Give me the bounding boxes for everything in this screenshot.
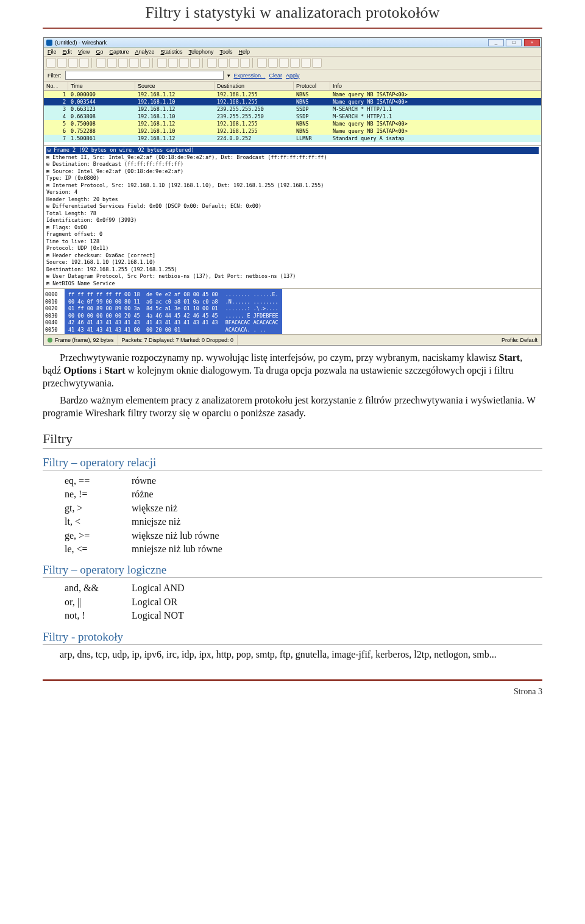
op-row: and, &&Logical AND [65,581,542,595]
op-row: or, ||Logical OR [65,595,542,609]
tb-btn[interactable] [129,58,139,68]
detail-line[interactable]: ⊟ Ethernet II, Src: Intel_9e:e2:af (00:1… [46,154,539,162]
tb-separator [252,58,255,68]
toolbar[interactable] [44,57,541,69]
hex-pane[interactable]: 000000100020003000400050 ff ff ff ff ff … [44,288,541,335]
menu-file[interactable]: File [48,49,57,55]
menubar[interactable]: File Edit View Go Capture Analyze Statis… [44,48,541,57]
menu-view[interactable]: View [78,49,90,55]
tb-separator [202,58,205,68]
tb-btn[interactable] [107,58,117,68]
op-row: ge, >=większe niż lub równe [65,529,542,542]
col-info[interactable]: Info [330,82,541,90]
wireshark-window: (Untitled) - Wireshark _ □ × File Edit V… [43,37,542,346]
col-no[interactable]: No. . [44,82,68,90]
status-indicator-icon [48,338,52,343]
packet-details[interactable]: ⊟ Frame 2 (92 bytes on wire, 92 bytes ca… [44,146,541,288]
tb-btn[interactable] [290,58,300,68]
heading-filtry: Filtry [43,431,542,449]
packet-list[interactable]: 10.000000192.168.1.12192.168.1.255NBNSNa… [44,91,541,146]
col-source[interactable]: Source [135,82,214,90]
col-protocol[interactable]: Protocol [294,82,330,90]
dropdown-icon[interactable]: ▾ [227,73,230,79]
col-destination[interactable]: Destination [214,82,294,90]
tb-btn[interactable] [79,58,89,68]
clear-link[interactable]: Clear [269,73,283,79]
hex-bytes: ff ff ff ff ff ff 00 18 de 9e e2 af 08 0… [65,289,222,334]
tb-btn[interactable] [96,58,106,68]
window-controls[interactable]: _ □ × [488,39,540,46]
expression-link[interactable]: Expression... [234,73,266,79]
detail-line[interactable]: Header length: 20 bytes [46,196,539,204]
tb-btn[interactable] [168,58,178,68]
filter-input[interactable] [65,71,224,80]
tb-btn[interactable] [190,58,200,68]
detail-line[interactable]: ⊟ Internet Protocol, Src: 192.168.1.10 (… [46,182,539,190]
menu-capture[interactable]: Capture [109,49,129,55]
op-row: not, !Logical NOT [65,609,542,622]
menu-telephony[interactable]: Telephony [189,49,214,55]
detail-line[interactable]: ⊞ Flags: 0x00 [46,224,539,232]
detail-line[interactable]: ⊞ Differentiated Services Field: 0x00 (D… [46,203,539,210]
tb-btn[interactable] [118,58,128,68]
menu-help[interactable]: Help [239,49,250,55]
menu-tools[interactable]: Tools [220,49,233,55]
detail-line[interactable]: Source: 192.168.1.10 (192.168.1.10) [46,259,539,266]
tb-btn[interactable] [157,58,167,68]
detail-line[interactable]: Type: IP (0x0800) [46,175,539,182]
tb-btn[interactable] [46,58,56,68]
menu-edit[interactable]: Edit [63,49,73,55]
tb-btn[interactable] [68,58,78,68]
detail-line[interactable]: ⊟ Frame 2 (92 bytes on wire, 92 bytes ca… [46,147,539,154]
detail-line[interactable]: Fragment offset: 0 [46,231,539,238]
packet-row[interactable]: 10.000000192.168.1.12192.168.1.255NBNSNa… [44,91,541,98]
tb-btn[interactable] [207,58,217,68]
detail-line[interactable]: Protocol: UDP (0x11) [46,245,539,252]
packet-row[interactable]: 40.663808192.168.1.10239.255.255.250SSDP… [44,113,541,120]
apply-link[interactable]: Apply [286,73,300,79]
filter-bar: Filter: ▾ Expression... Clear Apply [44,69,541,82]
tb-btn[interactable] [268,58,278,68]
detail-line[interactable]: Total Length: 78 [46,210,539,218]
col-time[interactable]: Time [68,82,135,90]
window-title: (Untitled) - Wireshark [55,40,107,46]
packet-list-header[interactable]: No. . Time Source Destination Protocol I… [44,82,541,91]
tb-btn[interactable] [57,58,67,68]
packet-row[interactable]: 30.663123192.168.1.12239.255.255.250SSDP… [44,105,541,113]
tb-btn[interactable] [279,58,289,68]
maximize-button[interactable]: □ [506,39,522,46]
tb-btn[interactable] [240,58,250,68]
detail-line[interactable]: ⊞ NetBIOS Name Service [46,280,539,288]
tb-btn[interactable] [257,58,267,68]
packet-row[interactable]: 60.752288192.168.1.10192.168.1.255NBNSNa… [44,127,541,135]
header-rule [43,27,542,29]
tb-btn[interactable] [140,58,150,68]
tb-btn[interactable] [179,58,189,68]
status-mid: Packets: 7 Displayed: 7 Marked: 0 Droppe… [118,335,238,345]
packet-row[interactable]: 20.003544192.168.1.10192.168.1.255NBNSNa… [44,98,541,105]
detail-line[interactable]: ⊞ User Datagram Protocol, Src Port: netb… [46,273,539,280]
detail-line[interactable]: ⊞ Header checksum: 0xa6ac [correct] [46,252,539,260]
minimize-button[interactable]: _ [488,39,504,46]
menu-analyze[interactable]: Analyze [135,49,154,55]
detail-line[interactable]: Destination: 192.168.1.255 (192.168.1.25… [46,266,539,274]
menu-statistics[interactable]: Statistics [161,49,183,55]
status-right: Profile: Default [498,335,541,345]
detail-line[interactable]: ⊞ Destination: Broadcast (ff:ff:ff:ff:ff… [46,161,539,168]
protocol-list: arp, dns, tcp, udp, ip, ipv6, irc, idp, … [43,649,542,661]
app-icon [46,40,52,46]
detail-line[interactable]: Time to live: 128 [46,238,539,246]
tb-btn[interactable] [218,58,228,68]
detail-line[interactable]: Version: 4 [46,189,539,196]
tb-btn[interactable] [312,58,322,68]
detail-line[interactable]: Identification: 0x0f99 (3993) [46,217,539,224]
packet-row[interactable]: 71.500861192.168.1.12224.0.0.252LLMNRSta… [44,135,541,142]
op-row: lt, <mniejsze niż [65,515,542,528]
tb-btn[interactable] [301,58,311,68]
close-button[interactable]: × [524,39,540,46]
hex-offsets: 000000100020003000400050 [44,289,65,334]
detail-line[interactable]: ⊞ Source: Intel_9e:e2:af (00:18:de:9e:e2… [46,168,539,176]
tb-btn[interactable] [229,58,239,68]
packet-row[interactable]: 50.750008192.168.1.12192.168.1.255NBNSNa… [44,120,541,127]
menu-go[interactable]: Go [96,49,103,55]
